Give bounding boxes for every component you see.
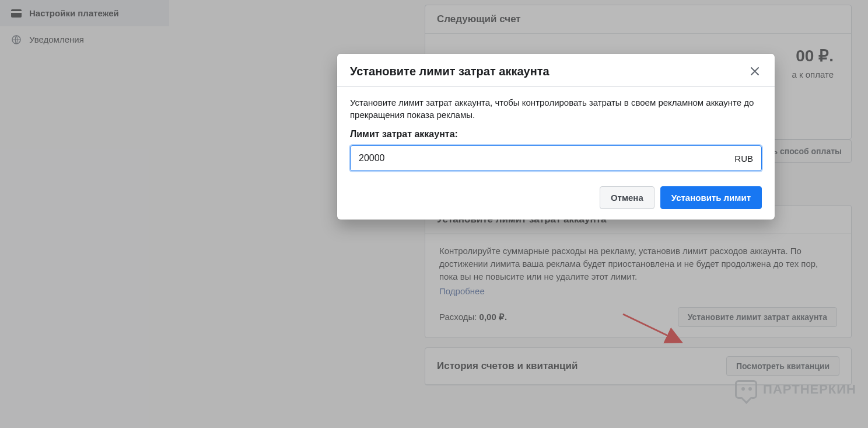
confirm-button[interactable]: Установить лимит bbox=[660, 186, 762, 209]
cancel-button[interactable]: Отмена bbox=[600, 186, 654, 209]
close-icon[interactable] bbox=[748, 64, 762, 78]
dialog-footer: Отмена Установить лимит bbox=[337, 176, 775, 220]
spend-limit-input[interactable] bbox=[359, 153, 727, 163]
dialog-description: Установите лимит затрат аккаунта, чтобы … bbox=[350, 96, 762, 121]
currency-suffix: RUB bbox=[734, 154, 753, 163]
dialog-set-spend-limit: Установите лимит затрат аккаунта Установ… bbox=[337, 54, 775, 220]
dialog-input-label: Лимит затрат аккаунта: bbox=[350, 129, 762, 140]
dialog-header: Установите лимит затрат аккаунта bbox=[337, 54, 775, 87]
page-root: Настройки платежей Уведомления Следующий… bbox=[0, 0, 868, 428]
spend-limit-input-wrap[interactable]: RUB bbox=[350, 145, 762, 171]
dialog-body: Установите лимит затрат аккаунта, чтобы … bbox=[337, 87, 775, 176]
dialog-title: Установите лимит затрат аккаунта bbox=[350, 65, 550, 78]
